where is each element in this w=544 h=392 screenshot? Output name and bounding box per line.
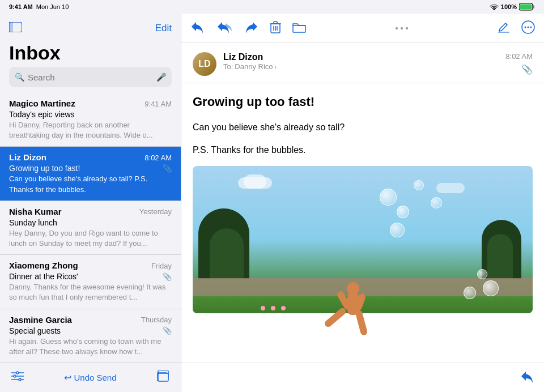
toolbar-left [190,20,306,36]
status-time: 9:41 AM [9,3,33,10]
undo-icon: ↩ [64,372,71,383]
mail-item[interactable]: Xiaomeng Zhong Friday Dinner at the Rico… [0,255,181,309]
attachment-icon: 📎 [163,272,172,281]
reply-button[interactable] [190,21,205,35]
reply-bottom-icon [520,370,535,383]
stack-button[interactable] [157,370,169,385]
mail-item[interactable]: Magico Martinez 9:41 AM Today's epic vie… [0,93,181,147]
trash-button[interactable] [270,20,281,36]
detail-body: Growing up too fast! Can you believe she… [181,83,544,363]
toolbar-right [498,20,535,36]
detail-header-info: Liz Dizon To: Danny Rico › [223,52,499,71]
folder-button[interactable] [292,22,306,35]
mail-preview: Can you believe she's already so tall? P… [9,174,172,194]
search-input[interactable] [28,73,153,82]
detail-time: 8:02 AM [505,52,533,61]
mail-item-content: Nisha Kumar [9,207,139,217]
dot [396,27,398,29]
status-bar: 9:41 AM Mon Jun 10 100% [0,0,544,14]
cloud [436,183,465,193]
mail-preview: Hi again. Guess who's coming to town wit… [9,336,172,357]
bubble [477,269,487,279]
detail-recipient: Danny Rico [235,62,273,71]
email-subject-line: Growing up too fast! [193,95,533,109]
sidebar: Edit Inbox 🔍 🎤 Magico Martinez 9:41 AM [0,14,181,392]
compose-icon [498,21,510,33]
reply-bottom-button[interactable] [520,370,535,385]
detail-header: LD Liz Dizon To: Danny Rico › 8:02 AM 📎 [181,43,544,83]
mail-sender: Xiaomeng Zhong [9,261,78,270]
sidebar-toggle-button[interactable] [9,21,22,36]
mail-item-content: Magico Martinez [9,99,144,109]
dot [406,27,408,29]
svg-point-7 [16,372,19,374]
bubble [464,287,476,299]
mail-subject: Dinner at the Ricos' [9,272,78,281]
flower [271,306,275,310]
forward-button[interactable] [244,21,258,35]
svg-rect-18 [158,373,168,381]
mail-subject: Growing up too fast! [9,164,80,173]
reply-all-icon [216,21,232,33]
filter-icon [11,370,24,382]
sidebar-toolbar: Edit [0,14,181,43]
wifi-icon [490,3,499,10]
mail-time: Yesterday [139,207,172,216]
edit-button[interactable]: Edit [155,23,172,34]
mail-subject-row: Special guests 📎 [9,326,172,335]
undo-send-button[interactable]: ↩ Undo Send [64,372,116,383]
avatar: LD [193,52,216,76]
svg-point-29 [530,27,532,28]
mail-item[interactable]: Jasmine Garcia Thursday Special guests 📎… [0,309,181,363]
battery-label: 100% [501,3,517,10]
mail-sender: Liz Dizon [9,152,46,162]
mail-list: Magico Martinez 9:41 AM Today's epic vie… [0,93,181,363]
sidebar-title: Inbox [0,43,181,67]
svg-rect-3 [520,5,532,10]
detail-pane: LD Liz Dizon To: Danny Rico › 8:02 AM 📎 … [181,14,544,392]
reply-all-button[interactable] [216,21,232,35]
attachment-icon: 📎 [163,164,172,173]
mail-preview: Hey Danny, Do you and Rigo want to come … [9,228,172,249]
mail-item-selected[interactable]: Liz Dizon 8:02 AM Growing up too fast! 📎… [0,147,181,201]
svg-point-27 [525,27,526,28]
svg-point-10 [14,375,16,377]
tree-right-2 [487,234,513,279]
note-list-button[interactable] [11,370,24,385]
more-button[interactable] [521,20,535,36]
email-image [193,166,533,313]
center-dots [396,27,408,29]
search-icon: 🔍 [15,73,24,82]
mail-item-content: Jasmine Garcia [9,315,141,325]
app-container: Edit Inbox 🔍 🎤 Magico Martinez 9:41 AM [0,14,544,392]
detail-sender-name: Liz Dizon [223,52,499,62]
bubble [483,280,499,296]
mail-subject-row: Dinner at the Ricos' 📎 [9,272,172,281]
mail-item-left: Magico Martinez [9,99,144,109]
mail-sender: Jasmine Garcia [9,315,72,325]
svg-rect-2 [533,5,534,8]
attachment-icon: 📎 [163,326,172,335]
svg-point-0 [493,9,495,11]
detail-attachment-hint: 📎 [521,64,533,75]
mail-subject: Sunday lunch [9,218,57,227]
mic-icon[interactable]: 🎤 [156,73,166,82]
figure-leg-right [355,309,368,336]
mail-item-left: Nisha Kumar [9,207,139,217]
trash-icon [270,20,281,34]
mail-item[interactable]: Nisha Kumar Yesterday Sunday lunch Hey D… [0,201,181,255]
svg-point-28 [528,27,529,28]
compose-button[interactable] [498,21,510,35]
mail-preview: Danny, Thanks for the awesome evening! I… [9,282,172,302]
email-body-text-1: Can you believe she's already so tall? [193,121,533,134]
mail-time: Thursday [141,316,172,324]
flower [261,306,265,310]
reply-icon [190,21,205,33]
search-bar[interactable]: 🔍 🎤 [9,67,172,87]
bubble [390,223,405,237]
email-body-text-2: P.S. Thanks for the bubbles. [193,143,533,157]
detail-to-row[interactable]: To: Danny Rico › [223,62,499,71]
detail-toolbar [181,14,544,43]
svg-rect-25 [498,32,509,33]
mail-subject-row: Growing up too fast! 📎 [9,164,172,173]
